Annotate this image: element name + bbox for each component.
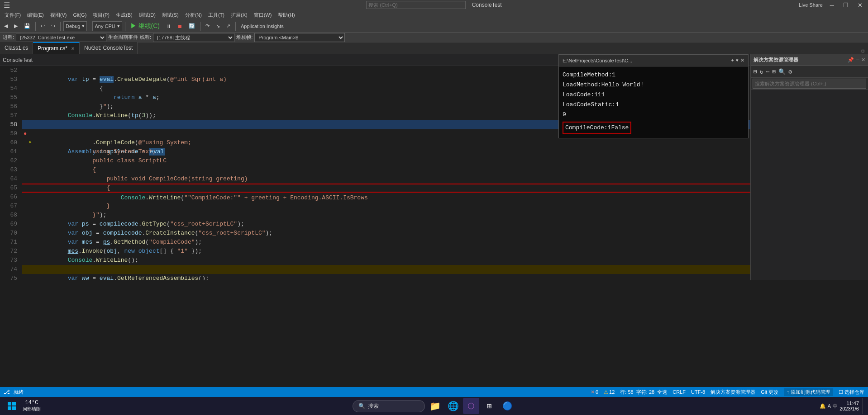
menu-window[interactable]: 窗口(W) <box>251 11 275 19</box>
solution-pin[interactable]: 📌 <box>848 57 854 63</box>
stack-dropdown[interactable]: Program.<Main>$ <box>254 33 345 42</box>
app-insights[interactable]: Application Insights <box>238 22 286 30</box>
status-encoding[interactable]: UTF-8 <box>691 389 705 395</box>
weather-temp: 14°C <box>25 400 38 406</box>
taskbar-file-explorer[interactable]: 📁 <box>427 398 443 414</box>
sol-btn-2[interactable]: ↻ <box>759 67 764 76</box>
terminal-dropdown[interactable]: ▾ <box>736 57 739 63</box>
step-into[interactable]: ↘ <box>214 22 222 30</box>
menu-git[interactable]: Git(G) <box>70 11 89 19</box>
step-over[interactable]: ↷ <box>203 22 212 30</box>
status-add-source[interactable]: ↑ 添加到源代码管理 <box>784 388 833 396</box>
code-line-60[interactable]: using System.Text; <box>22 138 750 147</box>
toolbar-save[interactable]: 💾 <box>22 22 33 30</box>
terminal-add-tab[interactable]: + <box>731 57 734 63</box>
sol-btn-1[interactable]: ⊟ <box>753 67 758 76</box>
status-line-ending[interactable]: CRLF <box>672 389 686 395</box>
status-line-col[interactable]: 行: 58 字符: 28 全选 <box>620 389 667 396</box>
status-solution[interactable]: 解决方案资源管理器 <box>711 389 755 396</box>
menu-build[interactable]: 生成(B) <box>113 11 135 19</box>
taskbar-vs[interactable]: ⬡ <box>463 398 479 414</box>
solution-search-input[interactable] <box>753 79 866 89</box>
solution-close[interactable]: ✕ <box>861 57 865 63</box>
windows-button[interactable] <box>4 398 20 414</box>
terminal-close[interactable]: ✕ <box>740 57 744 63</box>
restore-button[interactable]: ❐ <box>841 2 850 9</box>
menu-debug[interactable]: 调试(D) <box>136 11 158 19</box>
toolbar-back[interactable]: ◀ <box>2 22 10 30</box>
status-errors[interactable]: ✕ 0 <box>591 389 598 395</box>
code-line-68[interactable]: var ps = compilecode.GetType("css_root+S… <box>22 211 750 220</box>
editor-layout-btn[interactable]: ⊟ <box>858 48 868 54</box>
menu-analyze[interactable]: 分析(N) <box>182 11 205 19</box>
taskbar-keyboard[interactable]: A <box>828 403 831 409</box>
code-line-70[interactable]: var mes = ps.GetMethod("CompileCode"); <box>22 229 750 238</box>
status-warnings[interactable]: ⚠ 12 <box>604 389 615 395</box>
solution-search-bar <box>751 78 868 90</box>
search-box-title[interactable] <box>366 2 467 8</box>
sol-btn-3[interactable]: ⋯ <box>765 67 771 76</box>
taskbar-weather[interactable]: 14°C 局部晴朗 <box>23 400 41 412</box>
menu-view[interactable]: 视图(V) <box>48 11 70 19</box>
tab-nuget[interactable]: NuGet: ConsoleTest <box>80 42 138 54</box>
solution-minimize[interactable]: ─ <box>856 57 859 63</box>
toolbar-forward[interactable]: ▶ <box>12 22 20 30</box>
status-git-changes[interactable]: Git 更改 <box>761 389 778 396</box>
menu-edit[interactable]: 编辑(E) <box>24 11 47 19</box>
terminal-path: E:\NetProjects\ConsoleTest\C... <box>563 58 632 63</box>
code-line-72[interactable]: Console.WriteLine(); <box>22 247 750 256</box>
process-dropdown[interactable]: [25332] ConsoleTest.exe <box>16 33 106 42</box>
search-input[interactable] <box>366 1 466 9</box>
sol-btn-6[interactable]: ⚙ <box>787 67 793 76</box>
pause-button[interactable]: ⏸ <box>164 22 173 30</box>
code-line-69[interactable]: var obj = compilecode.CreateInstance("cs… <box>22 220 750 229</box>
code-line-74[interactable]: var ww = eval.GetReferencedAssemblies(); <box>22 265 750 274</box>
code-line-71[interactable]: mes.Invoke(obj, new object[] { "1" }); <box>22 238 750 247</box>
taskbar-time-date[interactable]: 11:47 2023/1/6 <box>839 401 859 411</box>
code-line-65[interactable]: Console.WriteLine(""CompileCode:"" + gre… <box>22 184 750 193</box>
code-line-73[interactable]: //——————————————————查看evaluator的引用程序集—— <box>22 256 750 265</box>
toolbar-undo[interactable]: ↩ <box>38 22 47 30</box>
code-line-61[interactable]: public class ScriptLC <box>22 147 750 156</box>
code-line-63[interactable]: public void CompileCode(string greeting) <box>22 165 750 174</box>
close-button[interactable]: ✕ <box>856 2 864 9</box>
debug-config-dropdown[interactable]: Debug ▾ <box>63 21 87 31</box>
taskbar-language[interactable]: 中 <box>833 403 838 410</box>
taskbar-notification[interactable]: 🔔 <box>820 403 826 409</box>
app-menu-icon[interactable]: ☰ <box>4 1 10 9</box>
tab-program-close[interactable]: ✕ <box>71 46 75 51</box>
tab-class1[interactable]: Class1.cs <box>0 42 33 54</box>
tab-program[interactable]: Program.cs* ✕ <box>33 42 80 54</box>
taskbar-chrome[interactable]: 🔵 <box>499 398 515 414</box>
menu-test[interactable]: 测试(S) <box>159 11 181 19</box>
code-line-64[interactable]: { <box>22 174 750 184</box>
run-button[interactable]: ▶ 继续(C) <box>128 21 162 32</box>
restart-button[interactable]: 🔄 <box>186 22 197 30</box>
toolbar-redo[interactable]: ↪ <box>49 22 57 30</box>
menu-help[interactable]: 帮助(H) <box>275 11 297 19</box>
platform-dropdown[interactable]: Any CPU ▾ <box>92 21 122 31</box>
code-line-75[interactable]: ▣ foreach (var n in ww) <box>22 274 750 280</box>
menu-project[interactable]: 项目(P) <box>90 11 112 19</box>
live-share-button[interactable]: Live Share <box>799 2 823 8</box>
line-num-55: 55 <box>2 93 20 102</box>
status-choose-repo[interactable]: ☐ 选择仓库 <box>839 389 864 396</box>
toolbar-sep4 <box>200 22 200 31</box>
taskbar-search[interactable]: 🔍 搜索 <box>353 400 425 412</box>
taskbar-terminal[interactable]: ⊞ <box>481 398 497 414</box>
show-desktop[interactable] <box>863 398 864 414</box>
terminal-line-5: 9 <box>563 110 744 120</box>
menu-tools[interactable]: 工具(T) <box>205 11 227 19</box>
menu-file[interactable]: 文件(F) <box>2 11 24 19</box>
code-line-67[interactable]: }"); <box>22 202 750 211</box>
stop-button[interactable]: ⏹ <box>175 22 185 30</box>
sol-btn-5[interactable]: 🔍 <box>777 67 787 76</box>
code-line-62[interactable]: { <box>22 156 750 165</box>
thread-dropdown[interactable]: [17768] 主线程 <box>153 33 234 42</box>
menu-extensions[interactable]: 扩展(X) <box>228 11 250 19</box>
step-out[interactable]: ↗ <box>224 22 233 30</box>
sol-btn-4[interactable]: ⊞ <box>771 67 777 76</box>
minimize-button[interactable]: ─ <box>828 2 836 9</box>
taskbar-edge[interactable]: 🌐 <box>445 398 461 414</box>
code-line-66[interactable]: } <box>22 193 750 202</box>
